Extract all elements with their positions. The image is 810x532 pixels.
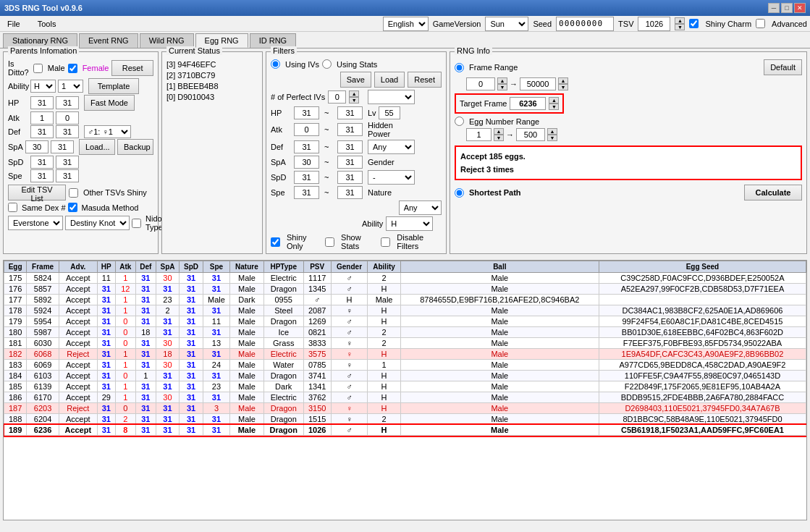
- ability-select-2[interactable]: 1: [58, 80, 83, 93]
- filter-save-button[interactable]: Save: [340, 72, 371, 88]
- table-row[interactable]: 1826068Reject31131183131MaleElectric3575…: [4, 349, 806, 360]
- minimize-button[interactable]: ─: [768, 3, 780, 13]
- filter-spa-min[interactable]: [294, 156, 319, 169]
- tab-stationary-rng[interactable]: Stationary RNG: [3, 33, 77, 48]
- frame-max-input[interactable]: [520, 77, 556, 90]
- female-checkbox[interactable]: [68, 64, 77, 73]
- target-frame-input[interactable]: [510, 97, 546, 110]
- filter-def-min[interactable]: [294, 140, 319, 153]
- hidden-power-select[interactable]: Any: [368, 140, 415, 154]
- disable-filters-checkbox[interactable]: [381, 237, 390, 247]
- table-row[interactable]: 1836069Accept31131303124MaleWater0785♀1M…: [4, 360, 806, 371]
- close-button[interactable]: ✕: [794, 3, 806, 13]
- spa-p2-input[interactable]: [51, 140, 74, 153]
- target-frame-down[interactable]: ▼: [549, 104, 559, 110]
- table-row[interactable]: 1856139Accept31131313123MaleDark1341♂HMa…: [4, 381, 806, 392]
- target-frame-up[interactable]: ▲: [549, 97, 559, 104]
- ability-filter-select[interactable]: H: [386, 216, 433, 231]
- frame-range-radio[interactable]: [455, 63, 464, 72]
- frame-max-up[interactable]: ▲: [558, 77, 568, 84]
- table-row[interactable]: 1816030Accept31031303113MaleGrass3833♀2M…: [4, 338, 806, 349]
- perfect-ivs-up[interactable]: ▲: [349, 90, 359, 97]
- spa-p1-input[interactable]: [25, 140, 48, 153]
- filter-spe-max[interactable]: [337, 186, 363, 199]
- spe-p1-input[interactable]: [30, 169, 54, 182]
- nido-type-checkbox[interactable]: [132, 219, 141, 228]
- ball-select[interactable]: [368, 90, 415, 104]
- egg-min-up[interactable]: ▲: [494, 128, 504, 135]
- tsv-down[interactable]: ▼: [675, 24, 685, 30]
- filter-spe-min[interactable]: [294, 186, 319, 199]
- default-button[interactable]: Default: [764, 59, 802, 75]
- tab-id-rng[interactable]: ID RNG: [250, 33, 297, 48]
- reset-button[interactable]: Reset: [111, 60, 153, 76]
- spd-p2-input[interactable]: [56, 156, 79, 169]
- table-row[interactable]: 1795954Accept31031313111MaleDragon1269♂H…: [4, 316, 806, 327]
- filter-spd-max[interactable]: [337, 171, 363, 184]
- egg-max-input[interactable]: [516, 128, 545, 141]
- atk-p2-input[interactable]: [56, 111, 79, 124]
- gender-ratio-select[interactable]: ♂1: ♀1: [84, 125, 131, 138]
- fast-mode-button[interactable]: Fast Mode: [84, 95, 135, 111]
- filter-def-max[interactable]: [337, 140, 363, 153]
- def-p1-input[interactable]: [30, 125, 54, 138]
- maximize-button[interactable]: □: [781, 3, 793, 13]
- atk-p1-input[interactable]: [30, 111, 54, 124]
- egg-max-up[interactable]: ▲: [547, 128, 557, 135]
- table-row[interactable]: 1785924Accept3113123131MaleSteel2087♀HMa…: [4, 305, 806, 316]
- language-select[interactable]: English: [383, 17, 429, 31]
- filter-atk-min[interactable]: [294, 123, 319, 136]
- game-select[interactable]: Sun: [485, 17, 528, 31]
- frame-max-down[interactable]: ▼: [558, 84, 568, 90]
- table-row[interactable]: 1876203Reject3103131313MaleDragon3150♀HM…: [4, 403, 806, 414]
- load-button[interactable]: Load...: [79, 139, 115, 155]
- seed-input[interactable]: [556, 17, 614, 31]
- table-row[interactable]: 1755824Accept11131303131MaleElectric1117…: [4, 273, 806, 284]
- filter-reset-button[interactable]: Reset: [408, 72, 442, 88]
- filter-hp-min[interactable]: [294, 106, 319, 119]
- filter-load-button[interactable]: Load: [374, 72, 405, 88]
- shiny-only-checkbox[interactable]: [271, 237, 280, 247]
- calculate-button[interactable]: Calculate: [744, 185, 802, 200]
- shortest-path-radio[interactable]: [455, 188, 464, 198]
- spd-p1-input[interactable]: [30, 156, 54, 169]
- gender-filter-select[interactable]: -: [368, 170, 415, 185]
- def-p2-input[interactable]: [56, 125, 79, 138]
- frame-min-down[interactable]: ▼: [497, 84, 507, 90]
- same-dex-checkbox[interactable]: [8, 203, 17, 212]
- filter-spa-max[interactable]: [337, 156, 363, 169]
- spe-p2-input[interactable]: [56, 169, 79, 182]
- table-row[interactable]: 1805987Accept31018313131MaleIce0821♂2Mal…: [4, 327, 806, 338]
- backup-button[interactable]: Backup: [117, 139, 153, 155]
- frame-min-input[interactable]: [466, 77, 495, 90]
- filter-hp-max[interactable]: [337, 106, 363, 119]
- advanced-checkbox[interactable]: [756, 19, 765, 28]
- other-tsv-checkbox[interactable]: [69, 188, 78, 198]
- results-table-container[interactable]: Egg Frame Adv. HP Atk Def SpA SpD Spe Na…: [3, 260, 807, 520]
- template-button[interactable]: Template: [88, 78, 139, 94]
- table-row[interactable]: 1846103Accept3101313131MaleDragon3741♂HM…: [4, 371, 806, 381]
- table-row[interactable]: 1886204Accept31231313131MaleDragon1515♀2…: [4, 414, 806, 425]
- using-stats-radio[interactable]: [322, 59, 332, 69]
- male-checkbox[interactable]: [33, 64, 43, 73]
- tab-wild-rng[interactable]: Wild RNG: [140, 33, 194, 48]
- table-row[interactable]: 1866170Accept29131303131MaleElectric3762…: [4, 392, 806, 403]
- egg-min-down[interactable]: ▼: [494, 135, 504, 141]
- shiny-charm-checkbox[interactable]: [689, 19, 699, 28]
- perfect-ivs-input[interactable]: [328, 90, 346, 104]
- tab-egg-rng[interactable]: Egg RNG: [195, 33, 248, 48]
- hp-p2-input[interactable]: [56, 96, 79, 109]
- edit-tsv-button[interactable]: Edit TSV List: [8, 185, 66, 200]
- hp-p1-input[interactable]: [30, 96, 54, 109]
- tab-event-rng[interactable]: Event RNG: [79, 33, 138, 48]
- egg-min-input[interactable]: [466, 128, 492, 141]
- perfect-ivs-down[interactable]: ▼: [349, 97, 359, 104]
- show-stats-checkbox[interactable]: [325, 237, 334, 247]
- filter-atk-max[interactable]: [337, 123, 363, 136]
- menu-file[interactable]: File: [3, 18, 25, 30]
- everstone-select[interactable]: Everstone: [8, 216, 63, 230]
- egg-max-down[interactable]: ▼: [547, 135, 557, 141]
- tsv-input[interactable]: [638, 17, 670, 31]
- egg-number-range-radio[interactable]: [455, 117, 464, 126]
- nature-select[interactable]: Any: [399, 200, 442, 215]
